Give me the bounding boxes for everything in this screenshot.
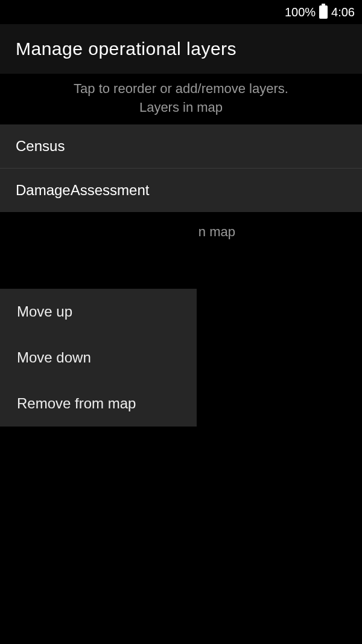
- hint-line: Layers in map: [12, 98, 350, 117]
- house-icon: [265, 585, 278, 594]
- panel-hint: Tap to reorder or add/remove layers. Lay…: [0, 74, 362, 124]
- layer-item[interactable]: Census: [0, 124, 362, 169]
- map-marker[interactable]: [160, 582, 185, 607]
- content-area: eloper Use Only NORTH AMERICA SOUTH AMER…: [0, 74, 362, 640]
- attribution-powered-by: Powered by Esri: [268, 620, 356, 634]
- status-bar: 100% 4:06: [0, 0, 362, 24]
- context-menu-remove[interactable]: Remove from map: [0, 381, 197, 427]
- app-bar: Manage operational layers: [0, 24, 362, 74]
- house-icon: [200, 399, 212, 408]
- clock: 4:06: [331, 5, 355, 19]
- layer-context-menu: Move up Move down Remove from map: [0, 289, 197, 427]
- context-menu-move-down[interactable]: Move down: [0, 335, 197, 381]
- license-watermark: eloper Use Only: [205, 313, 333, 332]
- landmass: [217, 495, 362, 640]
- hint-line: Tap to reorder or add/remove layers.: [12, 80, 350, 98]
- ocean-label-line: Atlantic: [319, 464, 354, 476]
- ocean-label-line: Oce an: [321, 477, 352, 489]
- ocean-label: Atlantic Oce an: [319, 464, 354, 490]
- map-marker[interactable]: [194, 391, 218, 416]
- battery-icon: [319, 5, 328, 19]
- map-marker[interactable]: [259, 578, 284, 602]
- removed-layers-section-label: n map: [0, 212, 362, 252]
- context-menu-move-up[interactable]: Move up: [0, 289, 197, 335]
- map-marker[interactable]: [181, 463, 205, 487]
- house-icon: [187, 471, 199, 479]
- layers-in-map-list: Census DamageAssessment: [0, 124, 362, 212]
- ocean-label: Pacific Ocean: [11, 524, 80, 538]
- map-attribution: City of Naperville, IL, Esri., Inc., U… …: [0, 614, 362, 640]
- attribution-source: City of Naperville, IL, Esri., Inc., U…: [6, 620, 256, 634]
- page-title: Manage operational layers: [16, 39, 237, 59]
- battery-percent: 100%: [285, 5, 316, 19]
- continent-label: SOUTH AMERICA: [239, 585, 333, 597]
- landmass: [253, 277, 362, 337]
- map-marker[interactable]: [218, 433, 243, 457]
- layer-item[interactable]: DamageAssessment: [0, 169, 362, 212]
- house-icon: [224, 440, 237, 449]
- house-icon: [167, 590, 179, 599]
